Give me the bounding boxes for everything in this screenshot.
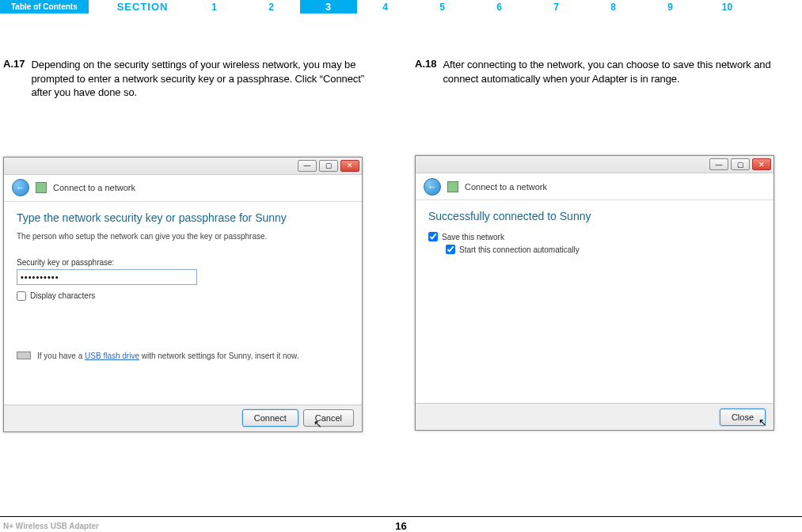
section-link-7[interactable]: 7 — [528, 0, 585, 13]
back-arrow-icon[interactable]: ← — [424, 178, 441, 196]
dialog-footer: Close ↖ — [416, 403, 773, 430]
dialog-title: Connect to a network — [465, 182, 547, 192]
cursor-icon: ↖ — [314, 418, 322, 430]
cancel-button[interactable]: Cancel — [303, 409, 354, 427]
section-numbers: 1 2 3 4 5 6 7 8 9 10 — [186, 0, 803, 13]
step-text: After connecting to the network, you can… — [443, 58, 784, 86]
page-number: 16 — [395, 520, 406, 532]
dialog-body: Successfully connected to Sunny Save thi… — [416, 200, 773, 405]
close-icon[interactable]: ✕ — [340, 160, 359, 172]
dialog-header: ← Connect to a network — [416, 173, 773, 200]
dialog-security-key: — ▢ ✕ ← Connect to a network Type the ne… — [3, 157, 363, 432]
auto-start-checkbox[interactable] — [446, 245, 455, 254]
step-text: Depending on the security settings of yo… — [31, 58, 372, 100]
page-content: A.17 Depending on the security settings … — [0, 13, 802, 432]
usb-hint: If you have a USB flash drive with netwo… — [17, 352, 349, 360]
section-link-3[interactable]: 3 — [300, 0, 357, 13]
maximize-icon[interactable]: ▢ — [319, 160, 338, 172]
save-network-checkbox[interactable] — [428, 232, 438, 241]
display-characters-checkbox[interactable] — [17, 291, 26, 301]
left-column: A.17 Depending on the security settings … — [3, 58, 372, 432]
dialog-subtext: The person who setup the network can giv… — [17, 232, 349, 241]
dialog-footer: Connect Cancel ↖ — [4, 405, 362, 431]
network-icon — [447, 181, 458, 192]
field-label: Security key or passphrase: — [17, 258, 349, 267]
connect-button[interactable]: Connect — [242, 409, 298, 427]
section-link-5[interactable]: 5 — [414, 0, 471, 13]
section-link-6[interactable]: 6 — [471, 0, 528, 13]
section-link-2[interactable]: 2 — [243, 0, 300, 13]
auto-start-label: Start this connection automatically — [459, 245, 580, 254]
passphrase-input[interactable] — [17, 269, 197, 285]
top-nav: Table of Contents SECTION 1 2 3 4 5 6 7 … — [0, 0, 802, 13]
auto-start-row: Start this connection automatically — [446, 245, 761, 254]
window-titlebar: — ▢ ✕ — [4, 158, 362, 175]
section-link-1[interactable]: 1 — [186, 0, 243, 13]
dialog-heading: Type the network security key or passphr… — [17, 211, 349, 224]
toc-link[interactable]: Table of Contents — [0, 0, 89, 13]
page-footer: N+ Wireless USB Adapter 16 — [0, 516, 802, 530]
usb-drive-icon — [17, 352, 31, 359]
hint-pre: If you have a — [37, 352, 85, 360]
section-label: SECTION — [89, 1, 186, 13]
step-a18: A.18 After connecting to the network, yo… — [415, 58, 784, 86]
dialog-title: Connect to a network — [53, 183, 135, 192]
dialog-heading: Successfully connected to Sunny — [428, 210, 761, 222]
hint-post: with network settings for Sunny, insert … — [139, 352, 299, 360]
close-icon[interactable]: ✕ — [752, 158, 771, 170]
window-titlebar: — ▢ ✕ — [416, 156, 773, 173]
dialog-header: ← Connect to a network — [4, 175, 362, 202]
step-a17: A.17 Depending on the security settings … — [3, 58, 372, 100]
back-arrow-icon[interactable]: ← — [12, 179, 29, 196]
product-name: N+ Wireless USB Adapter — [3, 522, 99, 530]
dialog-connected: — ▢ ✕ ← Connect to a network Successfull… — [415, 155, 774, 431]
minimize-icon[interactable]: — — [709, 158, 728, 170]
section-link-10[interactable]: 10 — [699, 0, 756, 13]
right-column: A.18 After connecting to the network, yo… — [415, 58, 784, 432]
network-icon — [36, 182, 47, 193]
usb-flash-drive-link[interactable]: USB flash drive — [85, 352, 139, 360]
minimize-icon[interactable]: — — [298, 160, 317, 172]
section-link-8[interactable]: 8 — [585, 0, 642, 13]
step-number: A.17 — [3, 58, 25, 100]
save-network-row: Save this network — [428, 232, 761, 241]
display-characters-row: Display characters — [17, 291, 349, 301]
cursor-icon: ↖ — [758, 416, 767, 428]
maximize-icon[interactable]: ▢ — [731, 158, 750, 170]
dialog-body: Type the network security key or passphr… — [4, 202, 362, 406]
save-options: Save this network Start this connection … — [428, 232, 761, 254]
save-network-label: Save this network — [442, 233, 504, 241]
section-link-4[interactable]: 4 — [357, 0, 414, 13]
section-link-9[interactable]: 9 — [642, 0, 699, 13]
step-number: A.18 — [415, 58, 436, 86]
display-characters-label: Display characters — [30, 291, 95, 300]
